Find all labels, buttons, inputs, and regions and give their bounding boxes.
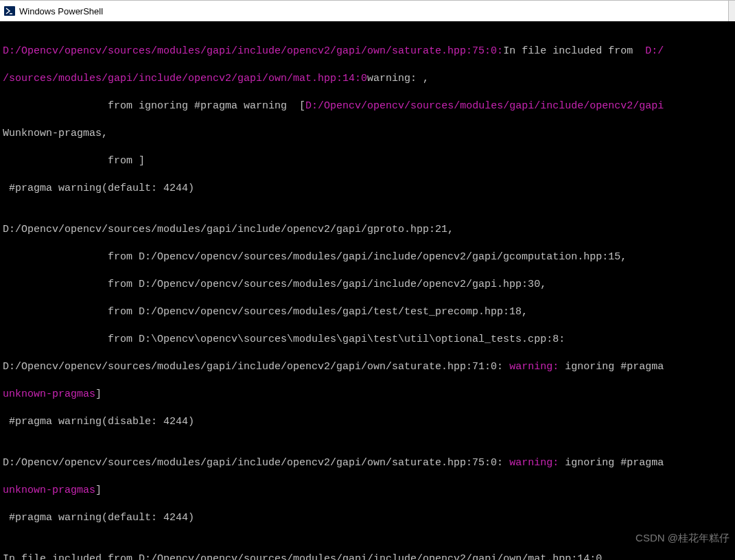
output: warning: , (367, 73, 429, 84)
output: ] (95, 485, 102, 496)
output: ignoring #pragma (565, 361, 664, 373)
output: #pragma warning(default: 4244) (3, 512, 194, 524)
output: from ] (3, 155, 145, 167)
output: D:/Opencv/opencv/sources/modules/gapi/in… (139, 553, 608, 560)
output: #pragma warning(default: 4244) (3, 183, 194, 194)
output: unknown-pragmas (3, 388, 95, 400)
window-title: Windows PowerShell (19, 6, 103, 16)
output: Wunknown-pragmas, (3, 128, 108, 139)
output: In file included from (503, 45, 645, 57)
warning-label: warning: (509, 361, 565, 373)
window-edge (728, 1, 735, 21)
output: D:/Opencv/opencv/sources/modules/gapi/in… (3, 457, 509, 469)
output: ignoring #pragma (565, 457, 664, 469)
output: from D:/Opencv/opencv/sources/modules/ga… (3, 306, 528, 318)
output: D:/Opencv/opencv/sources/modules/gapi/in… (3, 45, 503, 57)
powershell-icon (4, 5, 15, 16)
output: from D:\Opencv\opencv\sources\modules\ga… (3, 334, 565, 345)
title-bar[interactable]: Windows PowerShell (0, 0, 735, 21)
output: D:/Opencv/opencv/sources/modules/gapi/in… (3, 361, 509, 373)
output: from D:/Opencv/opencv/sources/modules/ga… (3, 279, 546, 290)
output: In file included from (3, 553, 139, 560)
output: D:/Opencv/opencv/sources/modules/gapi/in… (305, 100, 664, 112)
output: from (3, 100, 139, 112)
output: /sources/modules/gapi/include/opencv2/ga… (3, 73, 367, 84)
output: from D:/Opencv/opencv/sources/modules/ga… (3, 251, 627, 263)
output: #pragma warning(disable: 4244) (3, 416, 194, 428)
watermark: CSDN @桂花年糕仔 (635, 532, 730, 545)
output: ] (95, 388, 102, 400)
output: unknown-pragmas (3, 485, 95, 496)
terminal-output[interactable]: D:/Opencv/opencv/sources/modules/gapi/in… (0, 21, 735, 560)
output: D:/ (645, 45, 664, 57)
output: ignoring #pragma warning [ (139, 100, 305, 112)
warning-label: warning: (509, 457, 565, 469)
output: D:/Opencv/opencv/sources/modules/gapi/in… (3, 224, 454, 235)
